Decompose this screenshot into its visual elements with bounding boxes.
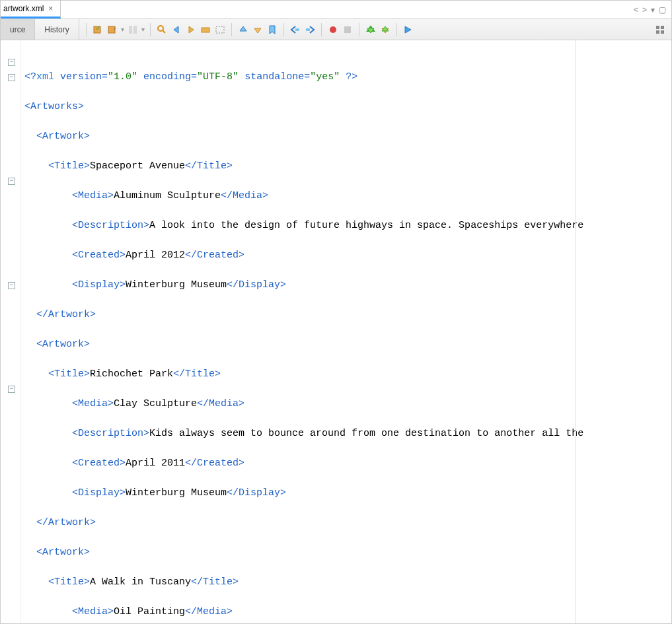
svg-rect-8 xyxy=(306,28,310,31)
code-area[interactable]: <?xml version="1.0" encoding="UTF-8" sta… xyxy=(20,40,671,623)
tab-source[interactable]: urce xyxy=(1,19,35,40)
validate-xml-icon[interactable] xyxy=(379,24,391,36)
diff-icon[interactable] xyxy=(127,24,139,36)
toolbar: ▾ ▾ xyxy=(79,19,418,40)
xml-tag: </Media> xyxy=(221,190,268,201)
xml-tag: <Created> xyxy=(72,458,126,469)
xml-tag: <Title> xyxy=(48,368,90,380)
maximize-icon[interactable]: ▢ xyxy=(659,5,666,15)
fold-gutter: − − − − − xyxy=(1,40,20,623)
svg-point-4 xyxy=(158,26,163,31)
xml-tag: <Description> xyxy=(72,428,149,439)
xml-tag: </Created> xyxy=(185,250,244,261)
file-tab-bar: artwork.xml × < > ▾ ▢ xyxy=(1,1,671,19)
file-tab-artwork[interactable]: artwork.xml × xyxy=(1,1,61,18)
svg-rect-7 xyxy=(295,28,299,31)
shift-right-icon[interactable] xyxy=(304,24,316,36)
toggle-bookmark-icon[interactable] xyxy=(266,24,278,36)
svg-rect-11 xyxy=(656,26,659,29)
prev-tab-icon[interactable]: < xyxy=(634,5,638,15)
xml-text: Spaceport Avenue xyxy=(90,160,185,172)
prev-bookmark-icon[interactable] xyxy=(237,24,249,36)
toolbar-separator xyxy=(150,23,151,36)
xml-tag: <Description> xyxy=(72,220,149,231)
xml-text: Clay Sculpture xyxy=(114,398,197,409)
xml-text: Winterburg Museum xyxy=(126,279,227,291)
toolbar-separator xyxy=(321,23,322,36)
svg-point-9 xyxy=(330,26,336,33)
xsl-transform-icon[interactable] xyxy=(402,24,414,36)
file-tab-label: artwork.xml xyxy=(3,4,44,13)
macro-stop-icon[interactable] xyxy=(342,24,354,36)
xml-tag: <Display> xyxy=(72,279,126,291)
svg-rect-6 xyxy=(216,26,224,33)
dropdown-arrow-icon[interactable]: ▾ xyxy=(121,26,124,33)
svg-rect-2 xyxy=(129,26,132,34)
find-next-icon[interactable] xyxy=(185,24,197,36)
xml-tag: </Title> xyxy=(185,160,233,172)
xml-text: April 2011 xyxy=(126,458,185,469)
svg-rect-5 xyxy=(202,28,209,32)
xml-tag: </Artwork> xyxy=(36,309,96,320)
xml-tag: <Media> xyxy=(72,398,114,409)
toggle-rectangular-icon[interactable] xyxy=(214,24,226,36)
code-editor[interactable]: − − − − − <?xml version="1.0" encoding="… xyxy=(1,40,671,623)
xml-tag: <Display> xyxy=(72,487,126,499)
close-icon[interactable]: × xyxy=(46,4,55,13)
xml-tag: </Artwork> xyxy=(36,517,96,528)
svg-rect-3 xyxy=(133,26,137,34)
xml-tag: <Media> xyxy=(72,190,114,201)
xml-tag: </Media> xyxy=(197,398,244,409)
dropdown-icon[interactable]: ▾ xyxy=(651,5,655,15)
xml-tag: <Artwork> xyxy=(36,131,90,142)
svg-rect-13 xyxy=(656,30,659,34)
xml-tag: </Media> xyxy=(185,606,233,617)
xml-tag: </Display> xyxy=(227,279,286,291)
xml-tag: <Media> xyxy=(72,606,114,617)
xml-text: A look into the design of future highway… xyxy=(149,220,583,231)
fold-toggle[interactable]: − xyxy=(8,74,15,81)
tab-history[interactable]: History xyxy=(35,19,79,40)
xml-text: Kids always seem to bounce around from o… xyxy=(149,428,583,439)
xml-tag: <Artwork> xyxy=(36,547,90,558)
shift-left-icon[interactable] xyxy=(289,24,301,36)
last-edit-icon[interactable] xyxy=(92,24,104,36)
xml-tag: </Display> xyxy=(227,487,286,499)
xml-tag: <Title> xyxy=(48,576,90,588)
fold-toggle[interactable]: − xyxy=(8,386,15,393)
check-xml-icon[interactable] xyxy=(365,24,377,36)
xml-text: A Walk in Tuscany xyxy=(90,576,191,588)
fold-toggle[interactable]: − xyxy=(8,178,15,185)
toolbar-separator xyxy=(359,23,359,36)
xml-tag: <Title> xyxy=(48,160,90,172)
fold-toggle[interactable]: − xyxy=(8,282,15,289)
xml-tag: </Title> xyxy=(191,576,239,588)
toolbar-separator xyxy=(86,23,87,36)
toolbar-separator xyxy=(283,23,284,36)
xml-text: Richochet Park xyxy=(90,368,173,380)
xml-tag: <Artwork> xyxy=(36,339,90,350)
find-selection-icon[interactable] xyxy=(156,24,168,36)
next-bookmark-icon[interactable] xyxy=(252,24,264,36)
grid-icon[interactable] xyxy=(654,24,666,36)
svg-rect-10 xyxy=(344,26,351,33)
toolbar-separator xyxy=(396,23,397,36)
editor-toolbar-row: urce History ▾ ▾ xyxy=(1,19,671,40)
print-margin xyxy=(576,40,576,623)
dropdown-arrow-icon[interactable]: ▾ xyxy=(141,26,145,33)
macro-record-icon[interactable] xyxy=(327,24,339,36)
tab-controls: < > ▾ ▢ xyxy=(634,5,671,15)
toggle-highlight-icon[interactable] xyxy=(200,24,211,36)
find-previous-icon[interactable] xyxy=(170,24,182,36)
forward-edit-icon[interactable] xyxy=(106,24,118,36)
xml-tag: <Artworks> xyxy=(24,101,84,112)
next-tab-icon[interactable]: > xyxy=(642,5,647,15)
svg-rect-14 xyxy=(661,30,664,34)
fold-toggle[interactable]: − xyxy=(8,59,15,66)
view-tabs: urce History xyxy=(1,19,79,40)
xml-tag: </Created> xyxy=(185,458,244,469)
xml-text: Oil Painting xyxy=(114,606,185,617)
xml-tag: <Created> xyxy=(72,250,126,261)
svg-rect-12 xyxy=(661,26,664,29)
xml-text: Aluminum Sculpture xyxy=(114,190,221,201)
